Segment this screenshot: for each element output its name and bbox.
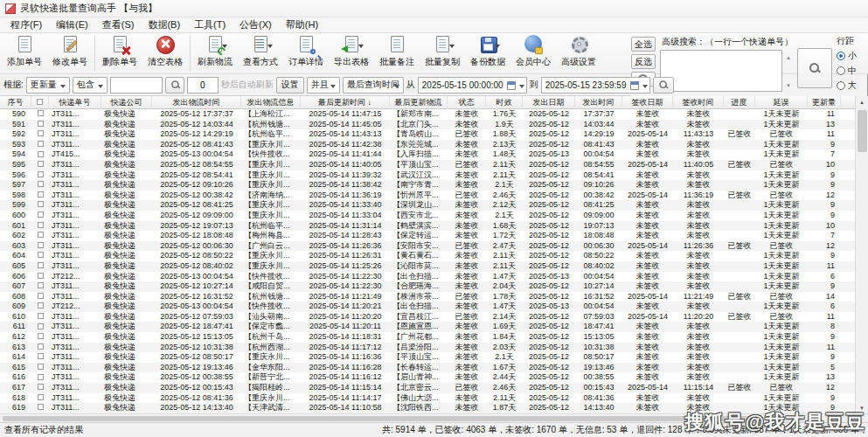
row-checkbox[interactable]	[38, 313, 44, 319]
row-checkbox[interactable]	[38, 333, 44, 339]
table-row[interactable]: 610JT311...极兔快递2025-05-12 07:59:03【汕头朝南.…	[0, 312, 855, 323]
toolbar-button-doc-delete[interactable]: 删除单号	[97, 33, 142, 73]
row-checkbox[interactable]	[38, 110, 44, 116]
table-row[interactable]: 611JT311...极兔快递2025-05-12 18:47:41【保定市蠡.…	[0, 322, 855, 332]
row-spacing-option-小[interactable]: 小	[837, 50, 866, 62]
row-checkbox[interactable]	[38, 343, 44, 350]
column-header-12[interactable]: 签收日期	[622, 96, 673, 109]
table-row[interactable]: 616JT311...极兔快递2025-05-12 00:38:55【新普宁北.…	[0, 372, 855, 383]
column-header-10[interactable]: 发出日期	[523, 96, 575, 109]
column-header-6[interactable]: 最后更新时间 ↓	[301, 96, 390, 109]
row-checkbox[interactable]	[38, 293, 44, 299]
column-header-7[interactable]: 最后更新物流	[390, 96, 448, 109]
toolbar-button-copy[interactable]: 批量复制	[420, 33, 465, 73]
row-checkbox[interactable]	[38, 171, 44, 177]
row-checkbox[interactable]	[38, 130, 44, 136]
menu-item-3[interactable]: 数据(B)	[141, 17, 187, 32]
settings-button[interactable]: 设置	[276, 77, 304, 94]
table-row[interactable]: 591JT311...极兔快递2025-05-12 14:03:44【杭州钱塘.…	[0, 120, 855, 130]
menu-item-6[interactable]: 帮助(H)	[279, 17, 325, 32]
menu-item-2[interactable]: 查看(S)	[95, 17, 142, 32]
toolbar-button-doc-edit[interactable]: 修改单号	[47, 33, 93, 73]
menu-item-4[interactable]: 工具(T)	[187, 17, 233, 32]
menu-item-0[interactable]: 程序(F)	[3, 17, 49, 32]
toolbar-button-detail[interactable]: 订单详情	[283, 33, 329, 73]
column-header-14[interactable]: 进度	[724, 96, 755, 109]
row-checkbox[interactable]	[38, 121, 44, 127]
filter-keyword-input[interactable]	[110, 77, 163, 94]
row-checkbox[interactable]	[38, 181, 44, 187]
column-header-3[interactable]: 快递公司	[101, 96, 152, 109]
advanced-search-submit-button[interactable]	[797, 48, 832, 88]
menu-item-5[interactable]: 公告(X)	[233, 17, 279, 32]
table-row[interactable]: 609JT212...极兔快递2025-05-13 00:04:54【快件揽收.…	[0, 302, 855, 312]
row-checkbox[interactable]	[38, 404, 44, 410]
column-header-11[interactable]: 发出时间	[575, 96, 622, 109]
row-checkbox[interactable]	[38, 282, 44, 288]
row-checkbox[interactable]	[38, 374, 44, 380]
toolbar-button-backup[interactable]: 备份数据	[465, 33, 510, 73]
row-checkbox[interactable]	[38, 394, 44, 400]
chevron-down-icon[interactable]	[495, 45, 500, 48]
table-row[interactable]: 618JT311...极兔快递2025-05-12 08:41:36【重庆永川.…	[0, 393, 855, 404]
radio-icon[interactable]	[837, 52, 845, 60]
toolbar-button-export[interactable]: 导出表格	[329, 33, 374, 73]
table-row[interactable]: 594JT415...极兔快递2025-05-13 00:04:54【快件揽收.…	[0, 149, 855, 160]
table-row[interactable]: 602JT311...极兔快递2025-05-12 18:08:48【梅州梅县.…	[0, 231, 855, 241]
vertical-scrollbar-thumb[interactable]	[858, 110, 867, 152]
table-row[interactable]: 595JT311...极兔快递2025-05-12 08:54:55【重庆永川.…	[0, 160, 855, 170]
row-checkbox[interactable]	[38, 242, 44, 248]
toolbar-button-member[interactable]: 会员中心	[510, 33, 556, 73]
menu-item-1[interactable]: 编辑(E)	[49, 17, 95, 32]
vertical-scrollbar[interactable]: ▲ ▼	[855, 96, 868, 413]
column-header-15[interactable]: 延误	[755, 96, 808, 109]
filter-time-field-select[interactable]: 最后查询时间	[343, 77, 404, 94]
table-row[interactable]: 615JT311...极兔快递2025-05-12 19:13:46【金华东阳.…	[0, 363, 855, 373]
column-header-1[interactable]	[31, 96, 49, 109]
row-checkbox[interactable]	[38, 353, 44, 359]
invert-selection-button[interactable]: 反选	[631, 54, 656, 69]
table-row[interactable]: 599JT311...极兔快递2025-05-12 08:41:25【重庆永川.…	[0, 200, 855, 211]
toolbar-button-clear[interactable]: 清空表格	[142, 33, 188, 73]
chevron-down-icon[interactable]	[358, 45, 364, 48]
column-header-9[interactable]: 时效	[486, 96, 523, 109]
chevron-down-icon[interactable]	[267, 45, 273, 48]
table-row[interactable]: 608JT311...极兔快递2025-05-12 16:31:52【杭州钱塘.…	[0, 292, 855, 302]
row-checkbox[interactable]	[38, 364, 44, 370]
table-row[interactable]: 617JT311...极兔快递2025-05-12 00:15:43【揭阳桂岭.…	[0, 383, 855, 393]
radio-icon[interactable]	[837, 81, 845, 90]
filter-field-select[interactable]: 更新量	[26, 77, 70, 94]
date-from-picker[interactable]: 2025-05-15 00:00:00	[418, 77, 527, 94]
radio-icon[interactable]	[837, 66, 845, 75]
horizontal-scrollbar-thumb[interactable]	[3, 416, 750, 421]
toolbar-button-view[interactable]: 查看方式	[238, 33, 283, 73]
scroll-up-icon[interactable]: ▲	[856, 96, 868, 108]
select-all-button[interactable]: 全选	[631, 37, 656, 52]
table-row[interactable]: 607JT311...极兔快递2025-05-12 10:27:14【咸阳自贸.…	[0, 281, 855, 292]
column-header-8[interactable]: 状态	[448, 96, 486, 109]
table-row[interactable]: 598JT311...极兔快递2025-05-12 00:38:42【济南海纳.…	[0, 191, 855, 201]
table-row[interactable]: 606JT212...极兔快递2025-05-13 00:04:54【快件揽收.…	[0, 272, 855, 282]
row-checkbox[interactable]	[38, 323, 44, 329]
table-row[interactable]: 596JT311...极兔快递2025-05-12 08:54:41【重庆永川.…	[0, 170, 855, 181]
column-header-13[interactable]: 签收时间	[673, 96, 724, 109]
toolbar-button-settings[interactable]: 高级设置	[556, 33, 601, 73]
table-row[interactable]: 612JT311...极兔快递2025-05-12 15:13:05【杭州千岛.…	[0, 332, 855, 343]
table-row[interactable]: 592JT311...极兔快递2025-05-12 14:29:19【杭州临平.…	[0, 129, 855, 140]
filter-logic-select[interactable]: 并且	[307, 77, 340, 94]
auto-refresh-seconds-input[interactable]	[187, 77, 219, 94]
advanced-search-input[interactable]	[660, 50, 782, 92]
column-header-16[interactable]: 更新量	[808, 96, 841, 109]
row-checkbox[interactable]	[38, 141, 44, 147]
table-row[interactable]: 604JT311...极兔快递2025-05-12 08:50:22【重庆永川.…	[0, 251, 855, 261]
date-to-picker[interactable]: 2025-05-15 23:59:59	[541, 77, 650, 94]
column-header-0[interactable]: 序号	[0, 96, 31, 109]
row-checkbox[interactable]	[38, 191, 44, 198]
table-row[interactable]: 613JT311...极兔快递2025-05-12 10:31:38【杭州西湖.…	[0, 343, 855, 353]
select-all-checkbox[interactable]	[37, 99, 43, 105]
table-row[interactable]: 590JT311...极兔快递2025-05-12 17:37:37【上海松江.…	[0, 109, 855, 120]
row-checkbox[interactable]	[38, 212, 44, 218]
table-row[interactable]: 597JT311...极兔快递2025-05-12 09:10:26【重庆永川.…	[0, 180, 855, 191]
row-checkbox[interactable]	[38, 252, 44, 258]
toolbar-button-doc-add[interactable]: 添加单号	[2, 33, 47, 73]
